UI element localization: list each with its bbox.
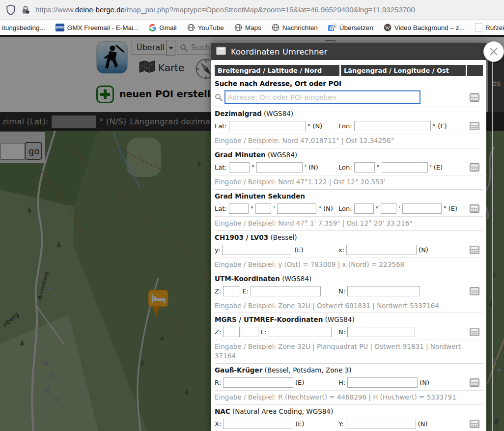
mgrs-east-input[interactable] <box>269 327 332 337</box>
bookmark-label: Übersetzen <box>339 24 373 31</box>
gk-h-input[interactable] <box>347 377 418 388</box>
gms-lat-deg-input[interactable] <box>229 203 249 214</box>
nac-x-input[interactable] <box>223 419 293 429</box>
field-label: Lat: <box>215 164 227 171</box>
convert-ch1903-lv03-button[interactable] <box>470 246 479 254</box>
decimal-lat-input[interactable] <box>229 121 306 131</box>
bookmark-item-3[interactable]: YouTube <box>187 24 224 31</box>
lock-warning-icon[interactable] <box>21 5 30 15</box>
modal-search-input[interactable] <box>224 90 420 104</box>
fields-left: Z:E: <box>215 327 338 337</box>
utm-zone-input[interactable] <box>223 286 240 296</box>
field-unit: " (N) <box>318 205 333 212</box>
mgrs-zone-input[interactable] <box>223 327 240 337</box>
bookmark-label: YouTube <box>198 24 224 31</box>
close-dialog-button[interactable] <box>483 41 504 62</box>
bookmark-label: itungsbeding... <box>2 24 45 31</box>
gm-lon-deg-input[interactable] <box>354 162 375 172</box>
wordpress-icon: W <box>384 24 392 31</box>
convert-dezimalgrad-button[interactable] <box>470 122 479 130</box>
field-label: Lat: <box>215 205 227 212</box>
bookmark-item-0[interactable]: itungsbeding... <box>2 24 45 31</box>
field-unit: ° <box>376 205 379 212</box>
nac-y-input[interactable] <box>346 419 416 429</box>
gm-lat-deg-input[interactable] <box>229 162 250 172</box>
column-longitude: Längengrad / Longitude / Ost <box>341 65 466 76</box>
gms-lon-sec-input[interactable] <box>402 203 442 214</box>
convert-grad-minuten-button[interactable] <box>470 163 479 172</box>
field-unit: ° <box>251 205 254 212</box>
section-title: Grad Minuten Sekunden <box>215 189 483 201</box>
field-label: N: <box>338 328 345 336</box>
coordinate-converter-dialog: Koordinaten Umrechner Breitengrad / Lati… <box>211 43 486 431</box>
search-convert-button[interactable] <box>470 93 479 102</box>
field-label: Lat: <box>215 122 227 130</box>
converter-sections: Dezimalgrad (WGS84)Lat:° (N)Lon:° (E)Ein… <box>215 107 483 431</box>
fields-left: y:(E) <box>215 245 338 255</box>
section-mgrs-utmref-koordinaten: MGRS / UTMREF-Koordinaten (WGS84)Z:E:N:E… <box>215 313 483 363</box>
decimal-lon-input[interactable] <box>354 121 431 131</box>
section-fields-row: Lat:°'" (N)Lon:°'" (E) <box>215 201 483 216</box>
convert-nac-button[interactable] <box>470 420 479 428</box>
bookmark-item-4[interactable]: Maps <box>234 24 261 31</box>
field-unit: (N) <box>420 379 429 386</box>
section-title: Grad Minuten (WGS84) <box>215 148 483 160</box>
bookmark-label: Gmail <box>159 24 176 31</box>
gm-lat-min-input[interactable] <box>256 162 303 172</box>
gk-r-input[interactable] <box>223 377 293 388</box>
fields-left: Z:E: <box>215 286 338 296</box>
section-fields-row: X:(E)Y:(N) <box>215 417 483 431</box>
bookmark-item-5[interactable]: Nachrichten <box>272 24 318 31</box>
fields-right: Y:(N) <box>338 419 456 429</box>
section-hint: Eingabe / Beispiel: Nord 47°1.122 | Ost … <box>215 175 483 189</box>
mgrs-grid-input[interactable] <box>242 327 258 337</box>
field-unit: (E) <box>295 379 304 386</box>
gms-lat-min-input[interactable] <box>255 203 271 214</box>
gms-lon-min-input[interactable] <box>381 203 396 214</box>
bookmark-label: Maps <box>245 24 261 31</box>
mgrs-north-input[interactable] <box>347 327 415 337</box>
section-grad-minuten-sekunden: Grad Minuten SekundenLat:°'" (N)Lon:°'" … <box>215 189 483 230</box>
bookmark-item-2[interactable]: Gmail <box>149 24 176 31</box>
gms-lon-deg-input[interactable] <box>354 203 374 214</box>
browser-url-bar[interactable]: https://www.deine-berge.de/map_poi.php?m… <box>0 0 504 20</box>
globe-icon <box>234 24 242 31</box>
fields-right: x:(N) <box>338 245 456 255</box>
section-fields-row: y:(E)x:(N) <box>215 243 483 258</box>
search-icon <box>215 93 223 101</box>
field-label: R: <box>215 379 221 386</box>
fields-left: X:(E) <box>215 419 338 429</box>
field-label: y: <box>215 246 220 254</box>
field-label: Y: <box>338 420 344 428</box>
section-utm-koordinaten: UTM-Koordinaten (WGS84)Z:E:N:Eingabe / B… <box>215 272 483 313</box>
bookmark-item-1[interactable]: GMXGMX Freemail - E-Mai... <box>56 24 139 31</box>
ch1903-y-input[interactable] <box>222 245 292 255</box>
table-header: Breitengrad / Latitude / Nord Längengrad… <box>215 65 483 76</box>
convert-mgrs-utmref-koordinaten-button[interactable] <box>470 328 479 336</box>
field-label: x: <box>338 246 344 254</box>
field-unit: ' (E) <box>430 164 443 171</box>
shield-icon[interactable] <box>6 4 16 15</box>
field-label: Lon: <box>338 122 352 130</box>
gm-lon-min-input[interactable] <box>382 162 428 172</box>
bookmark-item-7[interactable]: WVideo Background – z... <box>384 24 465 31</box>
utm-east-input[interactable] <box>251 286 321 296</box>
globe-icon <box>187 24 195 31</box>
field-label: E: <box>260 328 267 336</box>
section-hint: Eingabe / Beispiele: Nord 47.018711° | O… <box>215 134 483 148</box>
fields-right: Lon:°' (E) <box>338 162 456 172</box>
svg-text:a: a <box>334 24 336 28</box>
bookmark-item-8[interactable]: Rufzeichenliste_AFU.p... <box>475 23 504 32</box>
screen: https://www.deine-berge.de/map_poi.php?m… <box>0 0 504 431</box>
section-title: NAC (Natural Area Coding, WGS84) <box>215 404 483 417</box>
gms-lat-sec-input[interactable] <box>277 203 316 214</box>
field-unit: (E) <box>294 246 303 254</box>
convert-gau-kr-ger-button[interactable] <box>470 378 479 387</box>
ch1903-x-input[interactable] <box>346 245 417 255</box>
bookmark-item-6[interactable]: GaÜbersetzen <box>328 24 373 32</box>
convert-utm-koordinaten-button[interactable] <box>470 287 479 295</box>
section-grad-minuten: Grad Minuten (WGS84)Lat:°' (N)Lon:°' (E)… <box>215 148 483 189</box>
section-title: Dezimalgrad (WGS84) <box>215 107 483 119</box>
convert-grad-minuten-sekunden-button[interactable] <box>470 204 479 213</box>
utm-north-input[interactable] <box>347 286 420 296</box>
